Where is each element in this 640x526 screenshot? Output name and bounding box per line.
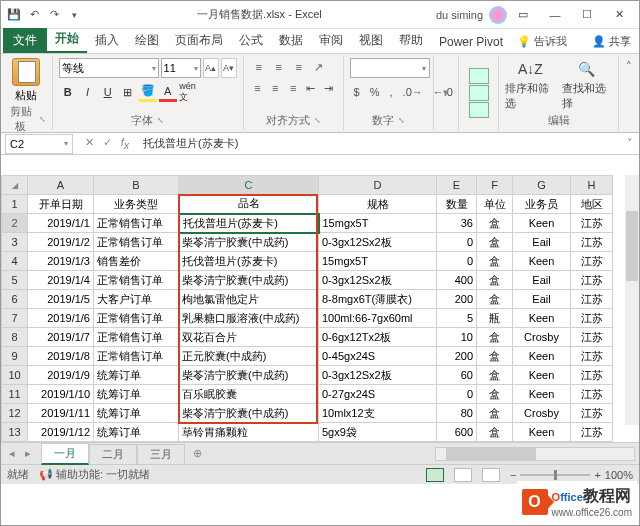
cell[interactable]: 统筹订单 xyxy=(94,404,179,423)
cell[interactable]: 柴苓清宁胶囊(中成药) xyxy=(179,366,319,385)
cell[interactable]: 2019/1/7 xyxy=(28,328,94,347)
cell[interactable]: 100ml:66-7gx60ml xyxy=(319,309,437,328)
col-header[interactable]: F xyxy=(477,176,513,195)
cell[interactable]: 200 xyxy=(437,290,477,309)
cell[interactable]: 盒 xyxy=(477,214,513,233)
cell[interactable]: 0-45gx24S xyxy=(319,347,437,366)
cell[interactable]: 品名 xyxy=(179,195,319,214)
avatar[interactable] xyxy=(489,6,507,24)
cell[interactable]: 80 xyxy=(437,404,477,423)
row-header[interactable]: 11 xyxy=(2,385,28,404)
user-name[interactable]: du siming xyxy=(436,9,483,21)
qat-more-icon[interactable]: ▾ xyxy=(65,6,83,24)
cell[interactable]: 10 xyxy=(437,328,477,347)
grow-font-icon[interactable]: A▴ xyxy=(203,58,219,78)
tab-view[interactable]: 视图 xyxy=(351,28,391,53)
cell[interactable]: 2019/1/12 xyxy=(28,423,94,442)
cell[interactable]: 托伐普坦片(苏麦卡) xyxy=(179,214,319,233)
maximize-icon[interactable]: ☐ xyxy=(571,1,603,29)
tab-home[interactable]: 开始 xyxy=(47,26,87,53)
cell[interactable]: 5 xyxy=(437,309,477,328)
cell[interactable]: 江苏 xyxy=(571,309,613,328)
cell[interactable]: 0-3gx12Sx2板 xyxy=(319,233,437,252)
row-header[interactable]: 10 xyxy=(2,366,28,385)
cell[interactable]: Keen xyxy=(513,309,571,328)
cell[interactable]: Keen xyxy=(513,385,571,404)
inc-decimal-icon[interactable]: .0→ xyxy=(399,82,427,102)
cell[interactable]: 江苏 xyxy=(571,423,613,442)
cell[interactable]: 2019/1/6 xyxy=(28,309,94,328)
font-name-select[interactable]: 等线▾ xyxy=(59,58,159,78)
cell[interactable]: 正常销售订单 xyxy=(94,347,179,366)
sheet-nav-first-icon[interactable]: ◂ xyxy=(5,447,19,460)
cell[interactable]: 盒 xyxy=(477,271,513,290)
minimize-icon[interactable]: — xyxy=(539,1,571,29)
cell[interactable]: 百乐眠胶囊 xyxy=(179,385,319,404)
cell[interactable]: 江苏 xyxy=(571,328,613,347)
align-top-icon[interactable]: ≡ xyxy=(250,58,268,76)
cell[interactable]: Crosby xyxy=(513,404,571,423)
cell[interactable]: 统筹订单 xyxy=(94,423,179,442)
cell[interactable]: 江苏 xyxy=(571,290,613,309)
bold-button[interactable]: B xyxy=(59,82,77,102)
indent-right-icon[interactable]: ⇥ xyxy=(321,79,337,97)
zoom-slider[interactable] xyxy=(520,474,590,476)
cell[interactable]: 2019/1/11 xyxy=(28,404,94,423)
sheet-tab-mar[interactable]: 三月 xyxy=(137,444,185,464)
row-header[interactable]: 12 xyxy=(2,404,28,423)
col-header[interactable]: H xyxy=(571,176,613,195)
cell[interactable]: 0-3gx12Sx2板 xyxy=(319,366,437,385)
cell[interactable]: 2019/1/1 xyxy=(28,214,94,233)
cell[interactable]: 江苏 xyxy=(571,252,613,271)
shrink-font-icon[interactable]: A▾ xyxy=(221,58,237,78)
cell[interactable]: 600 xyxy=(437,423,477,442)
cell[interactable]: 双花百合片 xyxy=(179,328,319,347)
cell[interactable]: 江苏 xyxy=(571,366,613,385)
cancel-formula-icon[interactable]: ✕ xyxy=(81,136,97,151)
sheet-tab-jan[interactable]: 一月 xyxy=(41,443,89,465)
tab-help[interactable]: 帮助 xyxy=(391,28,431,53)
align-bottom-icon[interactable]: ≡ xyxy=(290,58,308,76)
col-header[interactable]: E xyxy=(437,176,477,195)
col-header[interactable]: G xyxy=(513,176,571,195)
tell-me[interactable]: 💡告诉我 xyxy=(511,30,573,53)
tab-layout[interactable]: 页面布局 xyxy=(167,28,231,53)
cell[interactable]: 正元胶囊(中成药) xyxy=(179,347,319,366)
cell[interactable]: 柴苓清宁胶囊(中成药) xyxy=(179,404,319,423)
cell[interactable]: 正常销售订单 xyxy=(94,328,179,347)
zoom-out-icon[interactable]: − xyxy=(510,469,516,481)
cell[interactable]: 江苏 xyxy=(571,385,613,404)
row-header[interactable]: 3 xyxy=(2,233,28,252)
tab-file[interactable]: 文件 xyxy=(3,28,47,53)
cell[interactable]: 正常销售订单 xyxy=(94,233,179,252)
tab-insert[interactable]: 插入 xyxy=(87,28,127,53)
cell[interactable]: 枸地氯雷他定片 xyxy=(179,290,319,309)
cell[interactable]: 0-27gx24S xyxy=(319,385,437,404)
col-header[interactable]: A xyxy=(28,176,94,195)
cell[interactable]: Keen xyxy=(513,423,571,442)
zoom-level[interactable]: 100% xyxy=(605,469,633,481)
paste-button[interactable]: 粘贴 xyxy=(15,88,37,103)
align-left-icon[interactable]: ≡ xyxy=(250,79,266,97)
cell[interactable]: 15mgx5T xyxy=(319,252,437,271)
status-accessibility[interactable]: 📢 辅助功能: 一切就绪 xyxy=(39,467,150,482)
cell[interactable]: 统筹订单 xyxy=(94,366,179,385)
close-icon[interactable]: ✕ xyxy=(603,1,635,29)
cell[interactable]: 单位 xyxy=(477,195,513,214)
cell[interactable]: 2019/1/3 xyxy=(28,252,94,271)
format-cells-icon[interactable] xyxy=(469,102,489,118)
cell[interactable]: 江苏 xyxy=(571,404,613,423)
cell[interactable]: 8-8mgx6T(薄膜衣) xyxy=(319,290,437,309)
cell[interactable]: 盒 xyxy=(477,252,513,271)
cell[interactable]: 2019/1/9 xyxy=(28,366,94,385)
sheet-tab-feb[interactable]: 二月 xyxy=(89,444,137,464)
align-center-icon[interactable]: ≡ xyxy=(267,79,283,97)
cell[interactable]: 2019/1/2 xyxy=(28,233,94,252)
horizontal-scrollbar[interactable] xyxy=(435,447,635,461)
cell[interactable]: 2019/1/8 xyxy=(28,347,94,366)
cell[interactable]: 0 xyxy=(437,233,477,252)
cell[interactable]: 盒 xyxy=(477,366,513,385)
paste-icon[interactable] xyxy=(12,58,40,86)
cell[interactable]: 江苏 xyxy=(571,233,613,252)
cell[interactable]: 销售差价 xyxy=(94,252,179,271)
